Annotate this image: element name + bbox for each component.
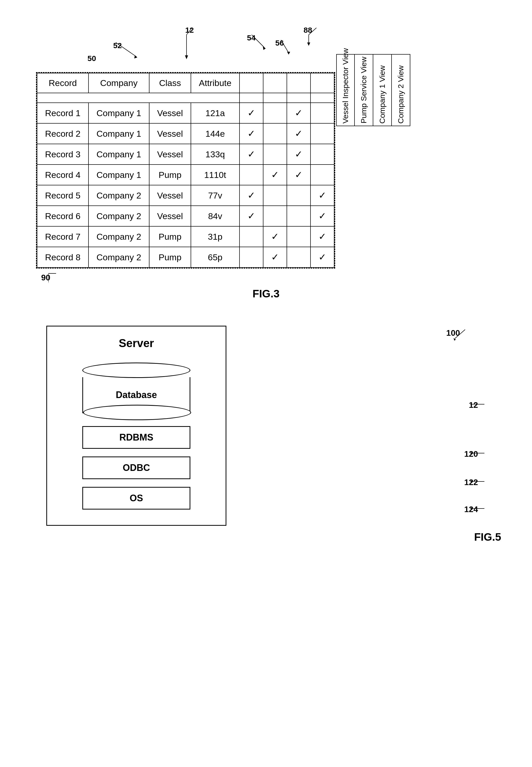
svg-line-14 [455, 330, 465, 339]
view3-cell [287, 185, 311, 206]
server-box: Server Database RDBMS ODBC OS [46, 326, 226, 526]
ref-54-arrow [252, 33, 272, 54]
attribute-cell: 144e [191, 123, 240, 144]
rdbms-box: RDBMS [82, 426, 190, 449]
record-cell: Record 1 [37, 103, 88, 123]
view1-cell: ✓ [240, 103, 263, 123]
svg-marker-19 [470, 452, 472, 454]
svg-marker-6 [307, 42, 310, 46]
col-header-record: Record [37, 73, 88, 93]
table-row: Record 6 Company 2 Vessel 84v ✓ ✓ [37, 206, 334, 226]
record-cell: Record 2 [37, 123, 88, 144]
view2-cell: ✓ [263, 226, 287, 247]
svg-line-8 [252, 35, 264, 48]
attribute-cell: 77v [191, 185, 240, 206]
attribute-cell: 1110t [191, 164, 240, 185]
view3-cell [287, 206, 311, 226]
record-cell: Record 4 [37, 164, 88, 185]
view-header-company2: Company 2 View [392, 54, 410, 126]
class-cell: Pump [149, 247, 191, 268]
odbc-box: ODBC [82, 456, 190, 479]
svg-marker-9 [263, 47, 266, 50]
view4-cell: ✓ [311, 206, 334, 226]
view4-cell: ✓ [311, 247, 334, 268]
view1-cell: ✓ [240, 144, 263, 164]
class-cell: Vessel [149, 103, 191, 123]
attribute-cell: 31p [191, 226, 240, 247]
table-row: Record 1 Company 1 Vessel 121a ✓ ✓ [37, 103, 334, 123]
ref-120-arrow [470, 449, 486, 457]
attribute-cell: 84v [191, 206, 240, 226]
view4-cell: ✓ [311, 226, 334, 247]
view1-cell [240, 164, 263, 185]
spacer-row [37, 93, 334, 103]
cylinder-body: Database [82, 377, 190, 413]
company-cell: Company 2 [88, 206, 149, 226]
view1-cell: ✓ [240, 123, 263, 144]
table-row: Record 8 Company 2 Pump 65p ✓ ✓ [37, 247, 334, 268]
ref-90-arrow [48, 271, 69, 284]
attribute-cell: 121a [191, 103, 240, 123]
ref-50-label: 50 [87, 54, 96, 63]
ref-122-arrow [470, 478, 486, 485]
svg-marker-21 [470, 480, 472, 483]
company-cell: Company 1 [88, 123, 149, 144]
table-row: Record 3 Company 1 Vessel 133q ✓ ✓ [37, 144, 334, 164]
view4-cell [311, 123, 334, 144]
server-label: Server [63, 337, 210, 350]
os-box: OS [82, 487, 190, 509]
company-cell: Company 2 [88, 247, 149, 268]
ref-88-arrow [304, 26, 329, 46]
svg-marker-15 [454, 338, 456, 341]
record-cell: Record 3 [37, 144, 88, 164]
class-cell: Vessel [149, 185, 191, 206]
svg-marker-17 [470, 403, 472, 405]
ref-124-arrow [470, 505, 486, 512]
view1-cell [240, 247, 263, 268]
view2-cell [263, 206, 287, 226]
svg-line-10 [281, 40, 289, 53]
view2-cell: ✓ [263, 164, 287, 185]
database-cylinder: Database [63, 363, 210, 413]
class-cell: Pump [149, 226, 191, 247]
view3-cell: ✓ [287, 123, 311, 144]
record-cell: Record 7 [37, 226, 88, 247]
view2-cell [263, 185, 287, 206]
view-header-vessel-inspector: Vessel Inspector View [336, 54, 355, 126]
table-row: Record 7 Company 2 Pump 31p ✓ ✓ [37, 226, 334, 247]
table-header-row: Record Company Class Attribute [37, 73, 334, 93]
svg-line-3 [116, 42, 136, 57]
ref-56-arrow [281, 39, 296, 59]
view1-cell: ✓ [240, 185, 263, 206]
view3-cell [287, 226, 311, 247]
ref-12-arrow [179, 26, 194, 62]
view2-cell [263, 103, 287, 123]
table-row: Record 5 Company 2 Vessel 77v ✓ ✓ [37, 185, 334, 206]
company-cell: Company 1 [88, 103, 149, 123]
view4-cell: ✓ [311, 185, 334, 206]
view2-cell [263, 123, 287, 144]
view4-cell [311, 103, 334, 123]
view-header-pump-service: Pump Service View [355, 54, 373, 126]
col-header-attribute: Attribute [191, 73, 240, 93]
class-cell: Vessel [149, 144, 191, 164]
svg-line-2 [187, 28, 192, 35]
svg-marker-1 [185, 55, 188, 59]
svg-marker-4 [134, 55, 137, 58]
fig5-caption: FIG.5 [46, 531, 501, 543]
main-table: Record Company Class Attribute [37, 73, 334, 268]
col-header-class: Class [149, 73, 191, 93]
class-cell: Vessel [149, 123, 191, 144]
class-cell: Vessel [149, 206, 191, 226]
company-cell: Company 2 [88, 185, 149, 206]
fig3-table-container: Record Company Class Attribute [36, 72, 335, 269]
database-label: Database [116, 390, 157, 400]
view4-cell [311, 164, 334, 185]
view-header-company1: Company 1 View [373, 54, 392, 126]
company-cell: Company 1 [88, 164, 149, 185]
record-cell: Record 6 [37, 206, 88, 226]
fig3-caption: FIG.3 [21, 288, 511, 300]
view3-cell [287, 247, 311, 268]
rotated-headers-container: Vessel Inspector View Pump Service View … [336, 72, 410, 126]
ref-12-fig5-arrow [470, 400, 486, 408]
